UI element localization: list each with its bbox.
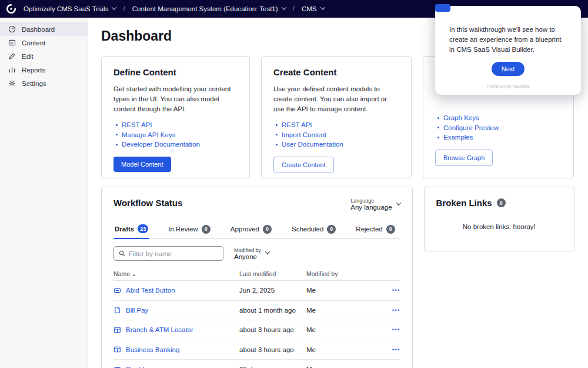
last-modified-cell: 29 days ago <box>239 366 306 368</box>
broken-links-card: Broken Links 0 No broken links: hooray! <box>424 187 574 251</box>
content-item-link[interactable]: Card Loans <box>126 366 161 368</box>
user-documentation-link[interactable]: User Documentation <box>282 140 343 150</box>
sidebar-item-settings[interactable]: Settings <box>0 77 88 90</box>
column-modified-by[interactable]: Modified by <box>306 270 385 277</box>
tab-count-badge: 23 <box>138 224 148 233</box>
broken-links-title: Broken Links <box>436 198 492 208</box>
walkthrough-text: In this walkthrough we'll see how to cre… <box>449 25 567 55</box>
define-content-card: Define Content Get started with modellin… <box>101 56 250 178</box>
column-last-modified[interactable]: Last modified <box>239 270 306 277</box>
content-item-link[interactable]: Abid Test Button <box>126 287 175 294</box>
workflow-status-card: Workflow Status Language Any language Dr… <box>101 187 413 368</box>
list-item: REST API <box>276 120 399 130</box>
settings-icon <box>8 79 16 87</box>
sidebar-item-content[interactable]: Content <box>0 36 88 49</box>
bullet-icon <box>276 144 278 145</box>
table-row: Card Loans 29 days ago Me ••• <box>113 360 400 368</box>
breadcrumb-separator: / <box>293 5 295 13</box>
modified-by-select[interactable]: Modified by Anyone <box>234 247 269 260</box>
tab-count-badge: 0 <box>202 225 211 234</box>
bullet-icon <box>116 124 118 126</box>
bullet-icon <box>116 144 118 145</box>
next-button[interactable]: Next <box>492 62 525 76</box>
modified-by-cell: Me <box>306 307 385 314</box>
breadcrumb-account[interactable]: Optimizely CMS SaaS Trials <box>24 5 116 12</box>
language-label: Language <box>350 198 374 204</box>
model-content-button[interactable]: Model Content <box>113 157 171 172</box>
tab-count-badge: 0 <box>386 225 395 234</box>
filter-input[interactable] <box>129 250 218 257</box>
configure-preview-link[interactable]: Configure Preview <box>443 123 499 133</box>
list-item: Examples <box>437 132 562 142</box>
sidebar-item-label: Settings <box>22 80 46 87</box>
create-content-links: REST API Import Content User Documentati… <box>276 120 399 150</box>
tab-count-badge: 0 <box>327 225 336 234</box>
modified-by-cell: Me <box>306 326 385 333</box>
list-item: Developer Documentation <box>116 140 238 150</box>
breadcrumb-separator: / <box>123 5 125 13</box>
popup-corner-accent <box>435 4 450 12</box>
bottom-cards-row: Workflow Status Language Any language Dr… <box>101 187 574 368</box>
sidebar-item-reports[interactable]: Reports <box>0 63 88 77</box>
browse-graph-button[interactable]: Browse Graph <box>435 150 493 166</box>
breadcrumb-product-label: CMS <box>302 5 317 12</box>
card-title: Define Content <box>113 67 238 77</box>
breadcrumb-project[interactable]: Content Management System (Education: Te… <box>132 5 286 12</box>
row-overflow-menu[interactable]: ••• <box>385 307 400 313</box>
column-name[interactable]: Name▲ <box>113 270 239 277</box>
list-item: Import Content <box>276 130 399 140</box>
rest-api-link[interactable]: REST API <box>122 120 152 130</box>
sidebar-item-dashboard[interactable]: Dashboard <box>0 22 88 36</box>
language-select[interactable]: Language Any language <box>350 198 400 211</box>
language-value: Any language <box>350 204 392 211</box>
filter-by-name-search[interactable] <box>113 246 223 261</box>
examples-link[interactable]: Examples <box>443 132 473 142</box>
powered-by-navattic-label: Powered by Navattic <box>449 84 567 89</box>
content-item-link[interactable]: Business Banking <box>126 346 179 353</box>
tab-in-review[interactable]: In Review 0 <box>167 221 212 238</box>
last-modified-cell: Jun 2, 2025 <box>239 287 306 294</box>
import-content-link[interactable]: Import Content <box>282 130 326 140</box>
rest-api-link[interactable]: REST API <box>282 120 312 130</box>
list-item: User Documentation <box>276 140 399 150</box>
create-content-button[interactable]: Create Content <box>273 157 334 173</box>
bullet-icon <box>276 134 278 135</box>
tab-approved[interactable]: Approved 0 <box>229 221 273 238</box>
table-header: Name▲ Last modified Modified by <box>113 267 400 281</box>
modified-by-label: Modified by <box>234 247 261 253</box>
graph-keys-link[interactable]: Graph Keys <box>443 113 479 123</box>
sidebar-item-label: Reports <box>22 67 45 74</box>
create-content-card: Create Content Use your defined content … <box>261 56 412 178</box>
content-item-link[interactable]: Bill Pay <box>126 307 148 314</box>
breadcrumb-product[interactable]: CMS <box>302 5 325 12</box>
row-overflow-menu[interactable]: ••• <box>385 287 400 293</box>
tab-drafts[interactable]: Drafts 23 <box>113 221 149 239</box>
list-item: Graph Keys <box>437 113 562 123</box>
last-modified-cell: about 3 hours ago <box>239 346 306 353</box>
bullet-icon <box>116 134 118 135</box>
manage-api-keys-link[interactable]: Manage API Keys <box>122 130 175 140</box>
edit-icon <box>8 52 16 60</box>
button-icon <box>113 287 121 294</box>
sidebar: Dashboard Content Edit Reports Settings <box>0 18 88 368</box>
tab-label: Approved <box>230 226 259 233</box>
content-item-link[interactable]: Branch & ATM Locator <box>126 326 193 333</box>
sidebar-item-edit[interactable]: Edit <box>0 49 88 63</box>
dashboard-icon <box>8 25 16 33</box>
tab-scheduled[interactable]: Scheduled 0 <box>290 221 337 238</box>
tab-label: Rejected <box>356 226 382 233</box>
tab-rejected[interactable]: Rejected 0 <box>355 221 396 238</box>
walkthrough-popup: In this walkthrough we'll see how to cre… <box>435 6 581 95</box>
developer-documentation-link[interactable]: Developer Documentation <box>122 140 200 150</box>
table-icon <box>113 326 121 334</box>
row-overflow-menu[interactable]: ••• <box>385 347 400 353</box>
chevron-down-icon <box>281 5 286 9</box>
list-item: Manage API Keys <box>116 130 238 140</box>
card-title: Create Content <box>273 67 399 77</box>
row-overflow-menu[interactable]: ••• <box>385 327 400 333</box>
optimizely-logo-icon[interactable] <box>6 4 16 14</box>
bullet-icon <box>437 127 439 128</box>
bullet-icon <box>437 137 439 138</box>
workflow-tabs: Drafts 23 In Review 0 Approved 0 Schedul… <box>113 221 400 239</box>
breadcrumb-account-label: Optimizely CMS SaaS Trials <box>24 5 108 12</box>
